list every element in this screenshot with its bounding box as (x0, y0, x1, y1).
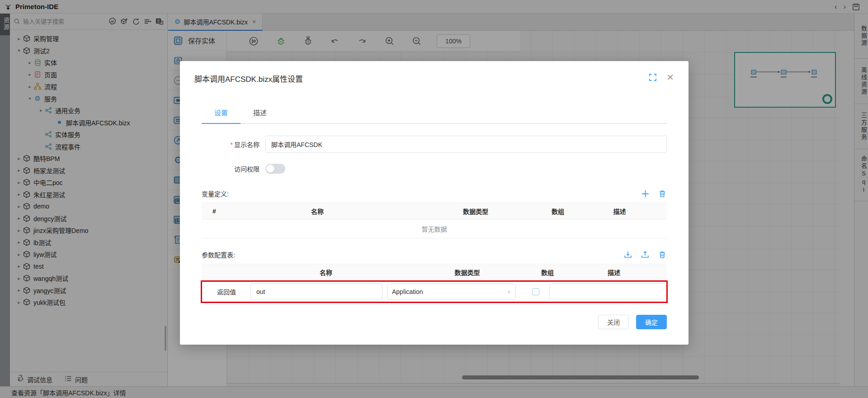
display-name-label: *显示名称 (202, 140, 259, 149)
dialog-title: 脚本调用AFCSDK.bizx属性设置 (194, 73, 303, 84)
export-icon[interactable] (641, 250, 650, 259)
param-type-select[interactable]: Application ∨ (387, 284, 516, 300)
close-button[interactable]: 关闭 (598, 315, 629, 329)
column-header: 数组 (534, 264, 561, 280)
variables-table: #名称数据类型数组描述 (202, 203, 667, 219)
column-header: 数组 (543, 203, 572, 219)
trash-icon[interactable] (658, 250, 667, 259)
param-array-checkbox[interactable] (532, 288, 539, 295)
confirm-button[interactable]: 确定 (636, 315, 667, 329)
access-toggle[interactable] (265, 164, 285, 174)
import-icon[interactable] (623, 250, 632, 259)
params-table: 名称数据类型数组描述 (202, 264, 667, 280)
column-header: 名称 (227, 203, 408, 219)
column-header: # (202, 203, 227, 219)
params-section-label: 参数配置表: (202, 250, 235, 259)
column-header: 名称 (251, 264, 401, 280)
required-asterisk: * (231, 141, 233, 148)
tab-description[interactable]: 描述 (241, 108, 279, 123)
param-row-label: 返回值 (203, 287, 250, 296)
variables-section-label: 变量定义: (202, 189, 229, 198)
fullscreen-icon[interactable] (649, 74, 656, 81)
tab-divider (202, 123, 667, 124)
trash-icon[interactable] (658, 189, 667, 198)
column-header: 描述 (572, 203, 667, 219)
variables-empty: 暂无数据 (202, 219, 667, 238)
toggle-knob (266, 165, 274, 173)
param-description-input[interactable] (549, 283, 666, 300)
param-row-highlighted: 返回值 Application ∨ (202, 281, 667, 302)
column-header (202, 264, 251, 280)
close-icon[interactable]: ✕ (666, 73, 674, 82)
dialog-tabs: 设置 描述 (202, 108, 667, 123)
display-name-input[interactable] (265, 136, 667, 153)
active-tab-indicator (202, 123, 241, 124)
properties-dialog: 脚本调用AFCSDK.bizx属性设置 ✕ 设置 描述 *显示名称 访问权限 变… (180, 61, 689, 345)
param-name-input[interactable] (250, 283, 382, 300)
column-header: 描述 (561, 264, 667, 280)
column-header: 数据类型 (408, 203, 543, 219)
tab-settings[interactable]: 设置 (202, 108, 241, 123)
add-icon[interactable] (641, 189, 650, 198)
access-label: 访问权限 (202, 164, 259, 173)
column-header: 数据类型 (401, 264, 534, 280)
chevron-down-icon: ∨ (507, 289, 511, 295)
